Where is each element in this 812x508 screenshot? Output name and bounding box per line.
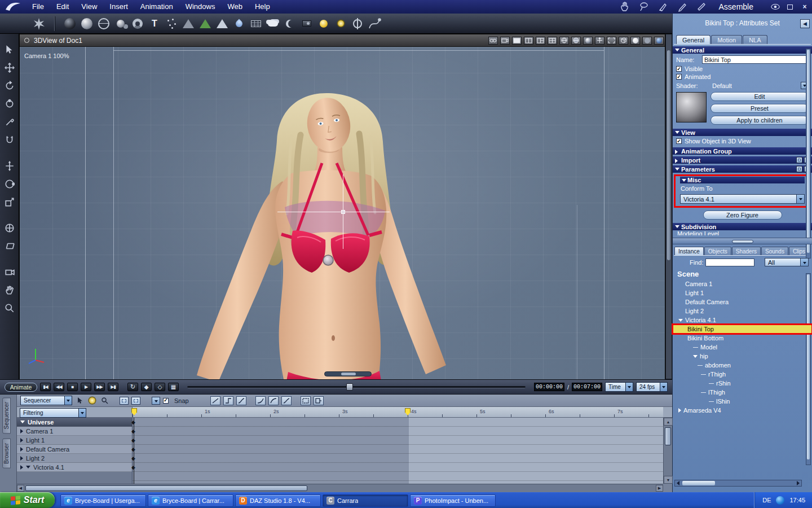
spline-tool-icon[interactable] bbox=[367, 16, 382, 31]
box-select-keys-icon[interactable] bbox=[301, 396, 311, 405]
tracks-scrollbar-horizontal[interactable]: ◀ ▶ bbox=[17, 484, 663, 492]
sequencer-mode-dropdown[interactable]: Sequencer bbox=[20, 396, 72, 405]
ease-in-icon[interactable] bbox=[255, 396, 266, 405]
tweener-linear-icon[interactable] bbox=[210, 396, 220, 405]
tab-nla[interactable]: NLA bbox=[743, 35, 767, 44]
go-to-start-button[interactable]: ▮◀ bbox=[40, 383, 51, 391]
zoom-tool-icon[interactable] bbox=[2, 301, 17, 316]
cone-icon[interactable] bbox=[215, 16, 230, 31]
scroll-left-icon[interactable] bbox=[675, 481, 681, 485]
edit-button[interactable]: Edit bbox=[710, 92, 809, 101]
keyframe-icon[interactable]: ◆ bbox=[131, 447, 135, 452]
scene-item-bikini-bottom[interactable]: Bikini Bottom bbox=[673, 334, 812, 343]
magnet-tool-icon[interactable] bbox=[2, 133, 17, 147]
shaded-mode-icon[interactable] bbox=[583, 37, 593, 45]
tweener-bezier-icon[interactable] bbox=[236, 396, 246, 405]
scene-item-lthigh[interactable]: lThigh bbox=[673, 388, 812, 397]
close-window-icon[interactable]: × bbox=[800, 3, 809, 11]
box-scale-keys-icon[interactable] bbox=[314, 396, 324, 405]
render-preview-icon[interactable] bbox=[87, 396, 97, 405]
blade-room-icon[interactable] bbox=[695, 1, 708, 12]
animate-toggle-button[interactable]: Animate bbox=[5, 383, 37, 392]
scene-item-rshin[interactable]: rShin bbox=[673, 379, 812, 388]
particle-emitter-icon[interactable] bbox=[164, 16, 179, 31]
terrain-icon[interactable] bbox=[181, 16, 196, 31]
scene-item-bikini-top[interactable]: Bikini Top bbox=[673, 325, 812, 334]
ease-out-icon[interactable] bbox=[268, 396, 279, 405]
track-camera1[interactable]: Camera 1 bbox=[17, 427, 132, 436]
select-tool-icon[interactable] bbox=[2, 42, 17, 57]
scene-item-abdomen[interactable]: abdomen bbox=[673, 361, 812, 370]
section-animation-group-header[interactable]: Animation Group bbox=[673, 147, 812, 155]
scene-item-victoria[interactable]: Victoria 4.1 bbox=[673, 316, 812, 325]
menu-help[interactable]: Help bbox=[249, 0, 276, 14]
keyframe-icon[interactable]: ◆ bbox=[131, 465, 135, 470]
track-default-camera[interactable]: Default Camera bbox=[17, 445, 132, 454]
section-parameters-header[interactable]: Parameters bbox=[673, 165, 812, 173]
brush-room-icon[interactable] bbox=[656, 1, 670, 12]
plane-grid-icon[interactable] bbox=[249, 16, 263, 31]
play-button[interactable]: ▶ bbox=[81, 383, 91, 391]
liquid-drop-icon[interactable] bbox=[232, 16, 246, 31]
add-keyframe-button[interactable]: ◆ bbox=[141, 383, 152, 391]
manipulator-hot-point[interactable] bbox=[341, 210, 345, 214]
panel-splitter[interactable] bbox=[673, 238, 812, 244]
ease-both-icon[interactable] bbox=[281, 396, 292, 405]
eyedropper-tool-icon[interactable] bbox=[2, 115, 17, 129]
find-filter-dropdown[interactable]: All bbox=[765, 258, 809, 266]
go-to-end-button[interactable]: ▶▮ bbox=[108, 383, 118, 391]
scene-item-lshin[interactable]: lShin bbox=[673, 397, 812, 406]
camera-dolly-tool-icon[interactable] bbox=[2, 265, 17, 279]
layout-three-pane-icon[interactable] bbox=[536, 37, 545, 45]
tab-browser[interactable]: Browser bbox=[2, 439, 11, 468]
scroll-down-icon[interactable]: ▼ bbox=[664, 476, 673, 484]
eye-icon[interactable] bbox=[771, 3, 780, 11]
section-import-header[interactable]: Import bbox=[673, 156, 812, 164]
scene-item-hip[interactable]: hip bbox=[673, 352, 812, 361]
taskbar-item-photoimpact[interactable]: P PhotoImpact - Unben... bbox=[410, 494, 496, 507]
scroll-up-icon[interactable]: ▲ bbox=[664, 418, 673, 426]
collapse-dot-icon[interactable] bbox=[24, 38, 29, 43]
cube-view-icon[interactable] bbox=[619, 37, 628, 45]
select-cursor-icon[interactable] bbox=[75, 396, 85, 405]
scroll-left-icon[interactable]: ◀ bbox=[17, 485, 24, 492]
tab-shaders[interactable]: Shaders bbox=[732, 247, 761, 255]
keyframe-icon[interactable]: ◆ bbox=[131, 429, 135, 434]
hand-room-icon[interactable] bbox=[618, 1, 632, 12]
scene-item-amarseda[interactable]: Amarseda V4 bbox=[673, 406, 812, 415]
shader-preview-ball[interactable] bbox=[676, 92, 707, 122]
delete-keyframe-button[interactable]: ◇ bbox=[155, 383, 165, 391]
text-object-icon[interactable]: T bbox=[147, 16, 162, 31]
time-marker[interactable] bbox=[405, 408, 411, 415]
layout-two-pane-icon[interactable] bbox=[524, 37, 533, 45]
move-tool-icon[interactable] bbox=[2, 159, 17, 173]
rewind-button[interactable]: ◀◀ bbox=[54, 383, 64, 391]
section-subdivision-header[interactable]: Subdivision bbox=[673, 223, 812, 230]
track-universe[interactable]: Universe bbox=[17, 418, 132, 427]
keyframe-icon[interactable]: ◆ bbox=[131, 456, 135, 461]
lasso-room-icon[interactable] bbox=[637, 1, 651, 12]
menu-insert[interactable]: Insert bbox=[103, 0, 134, 14]
tab-instance[interactable]: Instance bbox=[674, 247, 704, 255]
bank-view-tool-icon[interactable] bbox=[2, 97, 17, 111]
rotate-tool-icon[interactable] bbox=[2, 177, 17, 191]
fast-forward-button[interactable]: ▶▶ bbox=[94, 383, 105, 391]
viewport-mini-slider[interactable] bbox=[324, 371, 372, 376]
torus-icon[interactable] bbox=[130, 16, 145, 31]
tab-general[interactable]: General bbox=[676, 35, 710, 44]
time-scrubber[interactable] bbox=[187, 383, 526, 391]
keyframe-icon[interactable]: ◆ bbox=[131, 438, 135, 443]
scene-item-camera1[interactable]: Camera 1 bbox=[673, 279, 812, 288]
tracks-scrollbar-vertical[interactable]: ▲ ▼ bbox=[663, 418, 672, 484]
misc-subsection-header[interactable]: Misc bbox=[680, 177, 805, 183]
menu-view[interactable]: View bbox=[75, 0, 103, 14]
track-light1[interactable]: Light 1 bbox=[17, 436, 132, 445]
track-grid-area[interactable]: ◆ ◆ ◆ ◆ ◆ ◆ bbox=[132, 418, 663, 484]
vertex-object-icon[interactable] bbox=[80, 16, 94, 31]
zero-figure-button[interactable]: Zero Figure bbox=[703, 211, 782, 220]
tweener-discrete-icon[interactable] bbox=[223, 396, 233, 405]
frame-all-icon[interactable] bbox=[120, 397, 129, 405]
language-indicator[interactable]: DE bbox=[762, 497, 771, 503]
time-units-dropdown[interactable]: Time bbox=[605, 382, 633, 392]
tab-sounds[interactable]: Sounds bbox=[761, 247, 788, 255]
